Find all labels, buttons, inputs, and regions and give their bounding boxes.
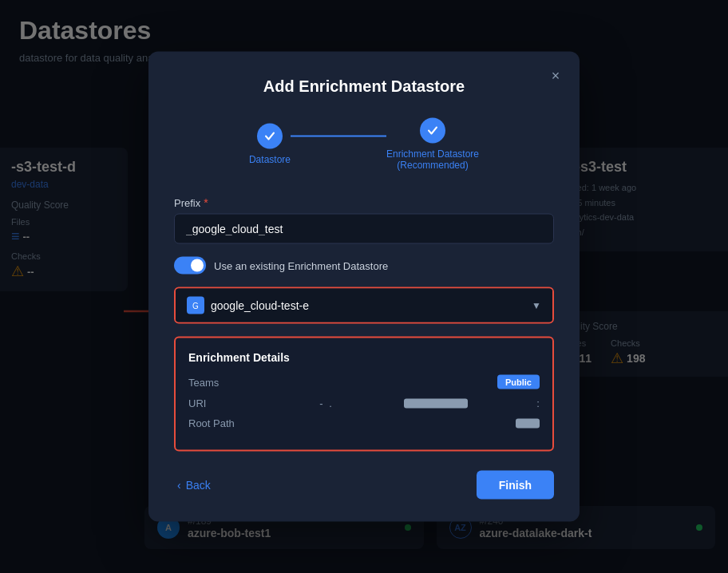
enrichment-details-title: Enrichment Details [188, 351, 540, 364]
step-enrichment-label: Enrichment Datastore (Recommended) [386, 148, 479, 171]
root-path-blurred [516, 418, 540, 428]
existing-datastore-toggle[interactable] [174, 257, 206, 275]
prefix-input[interactable] [174, 214, 554, 244]
modal-title: Add Enrichment Datastore [174, 77, 554, 96]
enrichment-details-box: Enrichment Details Teams Public URI - . … [174, 337, 554, 452]
datastore-dropdown[interactable]: G google_cloud-test-e ▼ [176, 289, 552, 322]
uri-label: URI [188, 397, 252, 409]
prefix-label: Prefix * [174, 196, 554, 209]
step-connector [291, 136, 386, 137]
toggle-knob [191, 259, 204, 272]
back-label: Back [186, 479, 211, 492]
root-path-row: Root Path [188, 417, 540, 429]
toggle-row: Use an existing Enrichment Datastore [174, 257, 554, 275]
uri-row: URI - . : [188, 397, 540, 409]
back-chevron-icon: ‹ [177, 479, 181, 492]
dropdown-icon: G [187, 297, 204, 314]
root-path-label: Root Path [188, 417, 252, 429]
teams-row: Teams Public [188, 375, 540, 389]
uri-dots: - . [319, 397, 334, 409]
modal-footer: ‹ Back Finish [174, 471, 554, 500]
add-enrichment-modal: × Add Enrichment Datastore Datastore Enr… [148, 52, 580, 522]
uri-colon: : [536, 397, 540, 409]
modal-close-button[interactable]: × [544, 65, 567, 87]
step-datastore: Datastore [249, 124, 291, 165]
step-enrichment-circle [420, 118, 445, 144]
teams-badge: Public [497, 375, 540, 389]
step-datastore-circle [257, 124, 283, 149]
back-button[interactable]: ‹ Back [174, 472, 214, 498]
uri-blurred [404, 398, 468, 408]
datastore-dropdown-wrapper: G google_cloud-test-e ▼ [174, 287, 554, 324]
required-indicator: * [204, 196, 208, 209]
close-icon: × [552, 67, 560, 84]
dropdown-value: google_cloud-test-e [211, 299, 309, 312]
stepper: Datastore Enrichment Datastore (Recommen… [174, 118, 554, 171]
step-datastore-label: Datastore [249, 154, 291, 165]
teams-label: Teams [188, 376, 252, 388]
toggle-label: Use an existing Enrichment Datastore [214, 259, 388, 271]
finish-button[interactable]: Finish [477, 471, 554, 500]
chevron-down-icon: ▼ [532, 300, 541, 311]
finish-label: Finish [499, 479, 532, 492]
step-enrichment: Enrichment Datastore (Recommended) [386, 118, 479, 171]
